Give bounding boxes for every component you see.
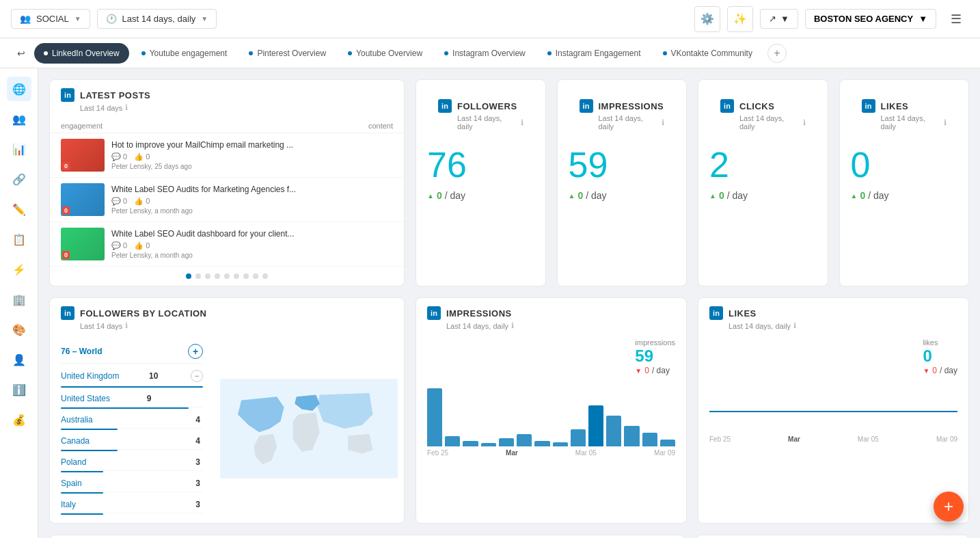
add-location-btn[interactable]: + bbox=[188, 344, 203, 359]
up-arrow: ▲ bbox=[569, 192, 575, 200]
location-bar-pl bbox=[61, 471, 103, 472]
post-badge-3: 0 bbox=[62, 251, 70, 259]
social-dropdown[interactable]: 👥 SOCIAL ▼ bbox=[11, 9, 90, 29]
remove-uk-btn[interactable]: − bbox=[191, 370, 203, 382]
location-title: FOLLOWERS BY LOCATION bbox=[80, 308, 207, 319]
tab-youtube-engagement[interactable]: Youtube engagement bbox=[132, 43, 237, 64]
location-row-uk: United Kingdom 10 − bbox=[61, 366, 203, 386]
latest-posts-date: Last 14 days bbox=[80, 104, 122, 112]
card-title-row: in LATEST POSTS bbox=[61, 88, 393, 102]
location-row-pl: Poland 3 bbox=[61, 454, 203, 471]
hamburger-btn[interactable]: ☰ bbox=[943, 6, 969, 32]
post-item-2[interactable]: 0 White Label SEO Audits for Marketing A… bbox=[50, 178, 404, 222]
location-bar-ca bbox=[61, 450, 118, 451]
social-icon: 👥 bbox=[20, 14, 31, 24]
tab-pinterest-overview[interactable]: Pinterest Overview bbox=[239, 43, 336, 64]
li-icon-followers: in bbox=[438, 99, 452, 113]
post-likes-3: 👍 0 bbox=[134, 241, 150, 250]
dot-4[interactable] bbox=[215, 273, 220, 279]
info-icon-imp-chart: ℹ bbox=[511, 321, 514, 330]
bar-7 bbox=[534, 441, 549, 446]
post-item-3[interactable]: 0 White Label SEO Audit dashboard for yo… bbox=[50, 222, 404, 267]
impressions-bar-chart bbox=[416, 378, 686, 446]
location-subtitle: Last 14 days ℹ bbox=[61, 321, 393, 330]
settings-icon-btn[interactable]: ⚙️ bbox=[694, 6, 720, 32]
location-row-au: Australia 4 bbox=[61, 412, 203, 429]
sidebar: 🌐 👥 📊 🔗 ✏️ 📋 ⚡ 🏢 🎨 👤 ℹ️ 💰 bbox=[0, 68, 38, 538]
followers-title: FOLLOWERS bbox=[457, 101, 517, 111]
seniority-card: in FOLLOWERS BY SENIORITY Last 14 days ℹ bbox=[696, 535, 969, 538]
sidebar-icon-users[interactable]: 👥 bbox=[7, 107, 31, 131]
dot-2[interactable] bbox=[195, 273, 201, 279]
sidebar-icon-chart[interactable]: 📊 bbox=[7, 137, 31, 161]
flat-line bbox=[709, 411, 957, 412]
impressions-title-row: in IMPRESSIONS bbox=[580, 99, 665, 113]
bar-9 bbox=[571, 429, 586, 446]
info-icon-clicks: ℹ bbox=[803, 118, 806, 127]
x-label-mar09-likes: Mar 09 bbox=[936, 435, 957, 443]
post-item-1[interactable]: 0 Hot to improve your MailChimp email ma… bbox=[50, 133, 404, 178]
post-meta-3: 💬 0 👍 0 bbox=[111, 241, 393, 250]
sidebar-icon-person[interactable]: 👤 bbox=[7, 347, 31, 372]
dot-6[interactable] bbox=[234, 273, 239, 279]
refresh-icon-btn[interactable]: ✨ bbox=[727, 6, 753, 32]
bar-14 bbox=[660, 440, 675, 446]
sidebar-icon-info[interactable]: ℹ️ bbox=[7, 377, 31, 402]
tab-linkedin-overview[interactable]: LinkedIn Overview bbox=[34, 43, 129, 64]
location-name-au[interactable]: Australia bbox=[61, 415, 93, 425]
linkedin-icon: in bbox=[61, 88, 74, 102]
likes-title-row: in LIKES bbox=[862, 99, 947, 113]
impressions-zero: 0 bbox=[577, 190, 583, 201]
main-layout: 🌐 👥 📊 🔗 ✏️ 📋 ⚡ 🏢 🎨 👤 ℹ️ 💰 in LATEST POST… bbox=[0, 68, 980, 538]
sidebar-icon-palette[interactable]: 🎨 bbox=[7, 317, 31, 342]
bar-13 bbox=[642, 433, 657, 446]
share-btn[interactable]: ↗ ▼ bbox=[760, 9, 798, 29]
tab-back-btn[interactable]: ↩ bbox=[11, 43, 31, 64]
date-range-dropdown[interactable]: 🕐 Last 14 days, daily ▼ bbox=[97, 9, 217, 29]
location-name-us[interactable]: United States bbox=[61, 394, 110, 403]
dot-7[interactable] bbox=[243, 273, 249, 279]
add-fab-btn[interactable]: + bbox=[934, 492, 964, 522]
post-comments-3: 💬 0 bbox=[111, 241, 127, 250]
add-tab-btn[interactable]: + bbox=[767, 44, 787, 63]
impressions-chart-per-day: ▼ 0 / day bbox=[635, 366, 675, 375]
likes-subtitle: Last 14 days, daily ℹ bbox=[862, 114, 947, 131]
x-label-feb25-likes: Feb 25 bbox=[709, 435, 731, 443]
up-arrow: ▲ bbox=[709, 192, 716, 200]
location-name-pl[interactable]: Poland bbox=[61, 457, 86, 467]
x-label-mar05-likes: Mar 05 bbox=[858, 435, 879, 443]
li-icon-imp-chart: in bbox=[427, 306, 441, 320]
world-label: 76 – World bbox=[61, 347, 102, 356]
dot-9[interactable] bbox=[262, 273, 268, 279]
sidebar-icon-lightning[interactable]: ⚡ bbox=[7, 257, 31, 282]
dot-8[interactable] bbox=[253, 273, 258, 279]
info-icon-impressions: ℹ bbox=[662, 118, 664, 127]
location-name-ca[interactable]: Canada bbox=[61, 436, 90, 446]
location-name-it[interactable]: Italy bbox=[61, 500, 76, 509]
tab-instagram-overview[interactable]: Instagram Overview bbox=[435, 43, 535, 64]
agency-dropdown[interactable]: BOSTON SEO AGENCY ▼ bbox=[805, 9, 936, 29]
location-item-ca: Canada 4 bbox=[61, 433, 203, 451]
location-name-uk[interactable]: United Kingdom bbox=[61, 371, 119, 381]
dot-3[interactable] bbox=[205, 273, 210, 279]
sidebar-icon-link[interactable]: 🔗 bbox=[7, 167, 31, 191]
sidebar-icon-clipboard[interactable]: 📋 bbox=[7, 227, 31, 252]
tab-vkontakte[interactable]: VKontakte Community bbox=[653, 43, 762, 64]
tab-youtube-overview[interactable]: Youtube Overview bbox=[338, 43, 432, 64]
location-count-pl: 3 bbox=[195, 457, 200, 467]
col-content: content bbox=[368, 122, 393, 130]
location-count-us: 9 bbox=[147, 394, 152, 403]
bar-2 bbox=[445, 436, 460, 446]
sidebar-icon-edit[interactable]: ✏️ bbox=[7, 197, 31, 221]
sidebar-icon-money[interactable]: 💰 bbox=[7, 407, 31, 432]
sidebar-icon-building[interactable]: 🏢 bbox=[7, 287, 31, 312]
likes-stat-card: in LIKES Last 14 days, daily ℹ 0 ▲ 0 / d… bbox=[839, 79, 970, 286]
location-bar-us bbox=[61, 407, 189, 409]
share-icon: ↗ bbox=[769, 14, 776, 24]
dot-1[interactable] bbox=[186, 273, 191, 279]
sidebar-icon-globe[interactable]: 🌐 bbox=[7, 77, 31, 101]
dot-5[interactable] bbox=[224, 273, 230, 279]
tab-instagram-engagement[interactable]: Instagram Engagement bbox=[538, 43, 651, 64]
clicks-stat-card: in CLICKS Last 14 days, daily ℹ 2 ▲ 0 / … bbox=[698, 79, 828, 286]
location-name-es[interactable]: Spain bbox=[61, 479, 82, 488]
